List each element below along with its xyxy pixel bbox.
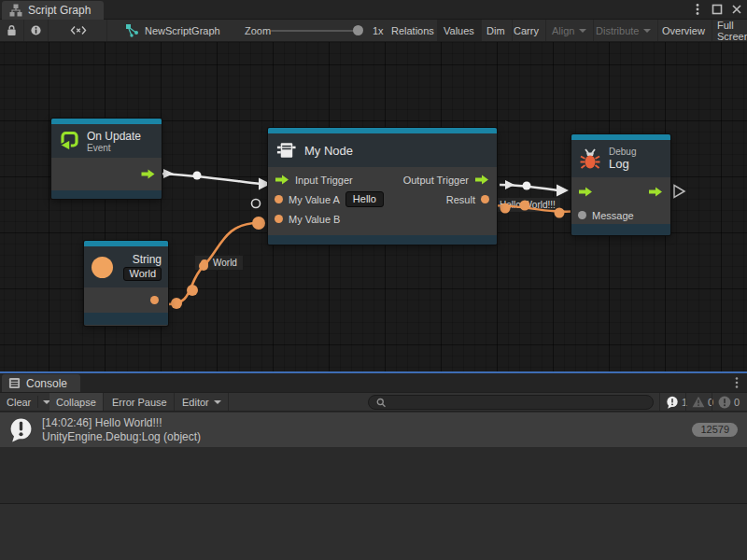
node-on-update[interactable]: On Update Event — [51, 119, 162, 199]
value-input-port-icon[interactable] — [578, 211, 586, 219]
port-label: Input Trigger — [295, 175, 353, 186]
zoom-slider-handle[interactable] — [353, 25, 363, 35]
trigger-input-port-icon[interactable] — [275, 175, 289, 185]
console-panel: Console Clear Collapse Error Pause Edito… — [0, 371, 747, 560]
port-label: My Value B — [289, 214, 340, 225]
console-icon — [8, 377, 21, 389]
unconnected-port-circle-icon — [252, 200, 261, 208]
collapse-button[interactable]: Collapse — [49, 393, 104, 411]
console-log-list[interactable]: [14:02:46] Hello World!!! UnityEngine.De… — [0, 412, 747, 503]
bug-icon — [579, 148, 601, 170]
error-count-icon — [718, 396, 731, 409]
wire-mynode-to-debuglog[interactable] — [500, 185, 558, 190]
lock-button[interactable] — [0, 20, 24, 41]
edit-graph-button[interactable] — [49, 20, 107, 41]
wire-onupdate-to-mynode[interactable] — [157, 174, 261, 184]
chevron-down-icon — [214, 400, 221, 404]
wire-value-label-world: World — [194, 255, 244, 271]
graph-name: NewScriptGraph — [145, 25, 220, 36]
node-title: My Node — [304, 144, 353, 158]
wire-value-label-result: Hello World!!! — [494, 197, 561, 213]
log-entry-row[interactable]: [14:02:46] Hello World!!! UnityEngine.De… — [0, 413, 747, 447]
collapse-count-badge: 12579 — [692, 423, 738, 437]
graph-asset-icon — [125, 23, 139, 37]
value-dot-icon — [201, 259, 208, 267]
graph-canvas[interactable]: World Hello World!!! — [0, 42, 747, 371]
wire-arrowhead-icon — [557, 185, 569, 197]
console-toolbar: Clear Collapse Error Pause Editor — [0, 392, 747, 412]
chevron-down-icon — [579, 29, 586, 33]
string-inline-field[interactable]: World — [123, 267, 162, 281]
zoom-slider[interactable] — [271, 30, 357, 32]
node-my-node[interactable]: My Node Input Trigger Output Trigger My … — [268, 128, 497, 245]
node-title: String — [120, 253, 162, 266]
my-node-icon — [275, 140, 297, 161]
close-icon[interactable] — [730, 3, 743, 16]
tab-label: Console — [26, 377, 67, 390]
node-title: Log — [609, 157, 636, 171]
align-button[interactable]: Align — [545, 20, 594, 41]
console-tabbar: Console — [0, 373, 747, 392]
node-footer — [51, 190, 162, 199]
value-output-port-icon[interactable] — [481, 195, 489, 203]
port-label: Output Trigger — [403, 175, 469, 186]
graph-breadcrumb[interactable]: NewScriptGraph — [121, 20, 227, 41]
search-input[interactable] — [390, 397, 645, 408]
trigger-input-port-icon[interactable] — [578, 187, 593, 197]
flow-dot — [252, 217, 265, 230]
trigger-output-port-icon[interactable] — [140, 169, 156, 179]
info-count-icon — [666, 396, 679, 409]
chevron-down-icon — [643, 29, 651, 33]
node-subtitle: Event — [87, 143, 141, 153]
unity-visual-scripting-window: Script Graph — [0, 0, 747, 560]
kebab-menu-icon[interactable] — [735, 376, 739, 391]
unconnected-trigger-triangle-icon — [674, 186, 684, 198]
carry-button[interactable]: Carry — [507, 20, 546, 41]
node-string[interactable]: String World — [84, 241, 168, 326]
search-icon — [376, 398, 386, 408]
tab-label: Script Graph — [28, 4, 91, 17]
value-a-inline-field[interactable]: Hello — [345, 191, 384, 207]
error-pause-button[interactable]: Error Pause — [106, 393, 175, 411]
fullscreen-button[interactable]: Full Screen — [711, 20, 747, 41]
distribute-button[interactable]: Distribute — [589, 20, 658, 41]
wire-start-arrow-icon — [163, 169, 174, 178]
node-debug-log[interactable]: Debug Log Message — [571, 134, 670, 235]
script-graph-icon — [9, 4, 22, 17]
wire-start-arrow-icon — [505, 180, 514, 189]
node-title: On Update — [87, 130, 141, 143]
editor-button[interactable]: Editor — [176, 393, 229, 411]
port-label: My Value A — [289, 194, 340, 205]
flow-dot — [193, 172, 202, 180]
trigger-output-port-icon[interactable] — [648, 187, 663, 197]
value-input-port-icon[interactable] — [275, 215, 283, 223]
relations-button[interactable]: Relations — [385, 20, 442, 41]
values-button[interactable]: Values — [437, 20, 482, 41]
error-count-toggle[interactable]: 0 — [712, 393, 745, 411]
log-stacktrace: UnityEngine.Debug:Log (object) — [42, 430, 692, 444]
maximize-icon[interactable] — [711, 3, 724, 16]
tab-console[interactable]: Console — [2, 374, 80, 392]
log-info-icon — [8, 417, 34, 442]
console-detail-pane — [0, 503, 747, 560]
lock-icon — [7, 24, 17, 36]
kebab-menu-icon[interactable] — [691, 3, 704, 16]
value-output-port-icon[interactable] — [150, 296, 159, 304]
inspect-button[interactable] — [24, 20, 49, 41]
flow-dot — [187, 285, 198, 296]
trigger-output-port-icon[interactable] — [474, 175, 489, 185]
overview-button[interactable]: Overview — [655, 20, 712, 41]
flow-dot — [523, 182, 531, 190]
port-label: Message — [592, 210, 634, 221]
search-box[interactable] — [368, 395, 654, 410]
info-icon — [31, 24, 41, 36]
code-icon — [70, 25, 87, 35]
clear-button[interactable]: Clear — [0, 393, 55, 411]
warning-count-icon — [692, 396, 705, 408]
titlebar: Script Graph — [0, 0, 747, 20]
value-input-port-icon[interactable] — [275, 195, 283, 203]
on-update-event-icon — [59, 131, 79, 151]
tab-script-graph[interactable]: Script Graph — [2, 1, 104, 20]
log-message: [14:02:46] Hello World!!! — [42, 416, 692, 430]
port-label: Result — [446, 194, 475, 205]
